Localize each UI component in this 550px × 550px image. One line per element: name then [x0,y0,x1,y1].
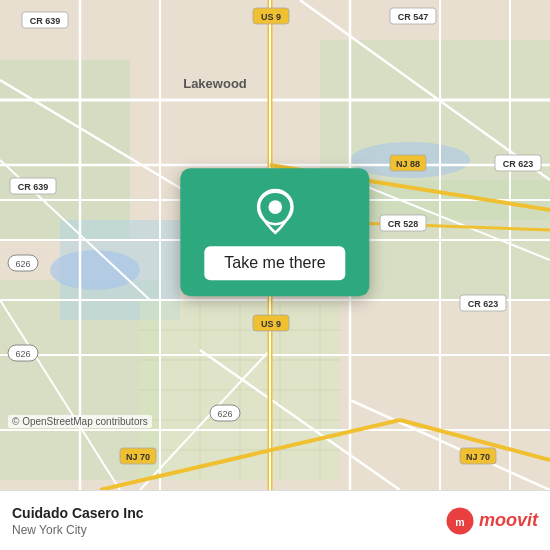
attribution-text: © OpenStreetMap contributors [8,415,152,428]
bottom-bar: Cuidado Casero Inc New York City m moovi… [0,490,550,550]
map-container: CR 639 CR 639 US 9 CR 547 NJ 88 CR 528 C… [0,0,550,490]
svg-text:NJ 70: NJ 70 [466,452,490,462]
moovit-text: moovit [479,510,538,531]
svg-text:626: 626 [217,409,232,419]
svg-rect-1 [0,60,130,240]
svg-text:Lakewood: Lakewood [183,76,247,91]
location-name: Cuidado Casero Inc [12,505,143,521]
location-pin-icon [251,188,299,236]
popup-overlay: Take me there [180,168,369,296]
svg-text:CR 528: CR 528 [388,219,419,229]
svg-text:NJ 88: NJ 88 [396,159,420,169]
svg-text:CR 639: CR 639 [30,16,61,26]
svg-text:US 9: US 9 [261,12,281,22]
svg-text:CR 623: CR 623 [468,299,499,309]
svg-text:CR 639: CR 639 [18,182,49,192]
svg-text:CR 623: CR 623 [503,159,534,169]
svg-text:CR 547: CR 547 [398,12,429,22]
svg-point-6 [50,250,140,290]
svg-text:626: 626 [15,259,30,269]
moovit-logo: m moovit [445,506,538,536]
svg-text:NJ 70: NJ 70 [126,452,150,462]
svg-text:US 9: US 9 [261,319,281,329]
svg-text:m: m [455,515,464,527]
location-city: New York City [12,523,143,537]
svg-text:626: 626 [15,349,30,359]
moovit-icon: m [445,506,475,536]
location-info: Cuidado Casero Inc New York City [12,505,143,537]
svg-point-76 [268,200,282,214]
take-me-there-button[interactable]: Take me there [204,246,345,280]
